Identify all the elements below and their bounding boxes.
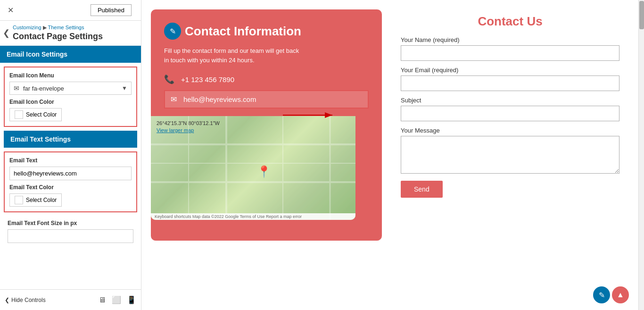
email-row-wrapper: ✉ hello@heyreviews.com <box>164 90 369 109</box>
email-label: Your Email (required) <box>401 67 619 74</box>
message-textarea[interactable] <box>401 136 619 174</box>
tablet-icon[interactable]: ⬜ <box>112 295 121 304</box>
email-icon-menu-label: Email Icon Menu <box>9 72 132 79</box>
right-scrollbar[interactable] <box>638 0 644 310</box>
email-text-color-button[interactable]: Select Color <box>9 193 62 207</box>
contact-icon-circle: ✎ <box>164 23 181 40</box>
map-container: 26°42'15.3"N 80°03'12.1"W View larger ma… <box>151 116 355 220</box>
form-title: Contact Us <box>401 14 619 29</box>
color-swatch-1 <box>15 110 23 119</box>
email-icon-color-button[interactable]: Select Color <box>9 108 62 121</box>
map-footer-text: Keyboard shortcuts Map data ©2022 Google… <box>155 214 302 219</box>
main-content: ✎ Contact Information Fill up the contac… <box>141 0 638 310</box>
email-font-size-input[interactable] <box>8 229 133 243</box>
email-text-input[interactable] <box>9 167 132 180</box>
page-title: Contact Page Settings <box>13 32 103 42</box>
floating-buttons: ✎ ▲ <box>593 286 629 303</box>
chevron-left-icon: ❮ <box>5 297 9 303</box>
breadcrumb-area: ❮ Customizing ▶ Theme Settings Contact P… <box>0 21 141 46</box>
message-field: Your Message <box>401 127 619 175</box>
breadcrumb: Customizing ▶ Theme Settings <box>13 25 103 31</box>
hide-controls-button[interactable]: ❮ Hide Controls <box>5 297 46 303</box>
send-button[interactable]: Send <box>401 181 443 198</box>
top-bar: ✕ Published <box>0 0 141 21</box>
contact-email-row: ✉ hello@heyreviews.com <box>164 90 369 109</box>
email-field: Your Email (required) <box>401 67 619 91</box>
subject-input[interactable] <box>401 106 619 121</box>
map-mock: 26°42'15.3"N 80°03'12.1"W View larger ma… <box>151 116 355 220</box>
select-color-label-2: Select Color <box>26 197 57 203</box>
close-button[interactable]: ✕ <box>5 5 17 16</box>
icon-select-value: far fa-envelope <box>23 85 122 92</box>
bottom-controls: ❮ Hide Controls 🖥 ⬜ 📱 <box>0 289 141 310</box>
breadcrumb-child[interactable]: Theme Settings <box>48 25 84 30</box>
select-color-label-1: Select Color <box>26 111 57 118</box>
hide-controls-label: Hide Controls <box>11 297 46 303</box>
message-label: Your Message <box>401 127 619 134</box>
phone-number: +1 123 456 7890 <box>181 75 234 84</box>
map-footer: Keyboard shortcuts Map data ©2022 Google… <box>151 213 355 220</box>
settings-section: Email Icon Menu ✉ far fa-envelope ▼ Emai… <box>4 67 137 127</box>
chevron-down-icon[interactable]: ▼ <box>122 85 127 92</box>
contact-card: ✎ Contact Information Fill up the contac… <box>151 9 382 241</box>
name-label: Your Name (required) <box>401 36 619 43</box>
email-icon-settings-header[interactable]: Email Icon Settings <box>0 46 141 63</box>
font-size-area: Email Text Font Size in px <box>0 216 141 247</box>
contact-phone: 📞 +1 123 456 7890 <box>164 74 369 84</box>
left-panel: ✕ Published ❮ Customizing ▶ Theme Settin… <box>0 0 141 310</box>
email-text-label: Email Text <box>9 157 132 164</box>
subject-label: Subject <box>401 97 619 104</box>
edit-float-button[interactable]: ✎ <box>593 286 610 303</box>
desktop-icon[interactable]: 🖥 <box>99 296 106 304</box>
pencil-icon: ✎ <box>170 27 176 36</box>
scroll-top-button[interactable]: ▲ <box>612 286 629 303</box>
email-address: hello@heyreviews.com <box>183 95 256 103</box>
email-icon-color-label: Email Icon Color <box>9 99 132 105</box>
email-input[interactable] <box>401 75 619 91</box>
contact-subtitle: Fill up the contact form and our team wi… <box>164 46 369 65</box>
published-button[interactable]: Published <box>91 4 132 16</box>
preview-area: ✎ Contact Information Fill up the contac… <box>141 0 638 310</box>
contact-card-header: ✎ Contact Information <box>164 23 369 40</box>
scrollbar-thumb[interactable] <box>639 1 644 29</box>
contact-form-area: Contact Us Your Name (required) Your Ema… <box>391 9 629 301</box>
map-pin: 📍 <box>257 165 271 178</box>
map-roads-svg <box>151 116 355 220</box>
panel-scroll: Email Icon Menu ✉ far fa-envelope ▼ Emai… <box>0 63 141 289</box>
color-swatch-2 <box>15 196 23 204</box>
breadcrumb-separator: ▶ <box>43 25 48 30</box>
back-button[interactable]: ❮ <box>0 27 13 39</box>
phone-icon: 📞 <box>164 74 174 84</box>
breadcrumb-parent[interactable]: Customizing <box>13 25 41 30</box>
email-text-settings-header[interactable]: Email Text Settings <box>4 131 137 148</box>
name-input[interactable] <box>401 45 619 61</box>
icon-select-row: ✉ far fa-envelope ▼ <box>9 82 132 95</box>
email-text-color-label: Email Text Color <box>9 184 132 191</box>
subject-field: Subject <box>401 97 619 121</box>
name-field: Your Name (required) <box>401 36 619 61</box>
email-text-section: Email Text Email Text Color Select Color <box>4 151 137 212</box>
email-font-size-label: Email Text Font Size in px <box>8 220 133 226</box>
email-icon: ✉ <box>171 95 177 104</box>
contact-info-title: Contact Information <box>185 24 301 39</box>
envelope-icon: ✉ <box>14 84 19 92</box>
mobile-icon[interactable]: 📱 <box>127 295 136 304</box>
